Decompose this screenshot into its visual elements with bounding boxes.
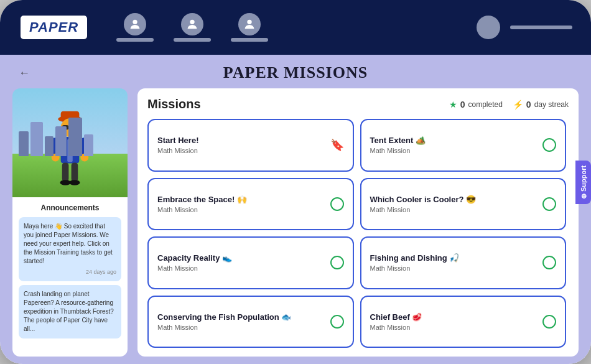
announcement-text-1: Maya here 👋 So excited that you joined P… [24, 223, 113, 264]
mission-card-left-1: Tent Extent 🏕️ Math Mission [370, 136, 426, 154]
mission-name-0: Start Here! [157, 136, 198, 145]
page-header: ← PAPER MISSIONS [0, 55, 591, 88]
top-nav: PAPER [0, 0, 591, 55]
mission-type-7: Math Mission [370, 324, 422, 331]
mission-indicator-6 [330, 315, 344, 329]
svg-rect-15 [62, 163, 69, 182]
nav-avatars [116, 13, 268, 42]
page-title: PAPER MISSIONS [19, 63, 572, 82]
mission-card-left-4: Capacity Reality 👟 Math Mission [157, 253, 232, 272]
mission-card-start-here[interactable]: Start Here! Math Mission 🔖 [147, 119, 354, 172]
mission-type-0: Math Mission [157, 147, 198, 154]
svg-point-18 [69, 180, 80, 185]
mission-card-chief-beef[interactable]: Chief Beef 🥩 Math Mission [360, 296, 567, 348]
mission-card-left-2: Embrace the Space! 🙌 Math Mission [157, 195, 247, 213]
mission-card-left-6: Conserving the Fish Population 🐟 Math Mi… [157, 312, 291, 331]
mission-card-conserving-fish[interactable]: Conserving the Fish Population 🐟 Math Mi… [147, 296, 354, 348]
mission-type-4: Math Mission [157, 264, 232, 272]
left-panel: Announcements Maya here 👋 So excited tha… [12, 88, 128, 357]
mission-indicator-4 [330, 256, 344, 269]
announcements-title: Announcements [19, 203, 121, 212]
mission-name-1: Tent Extent 🏕️ [370, 136, 426, 145]
mission-card-left-0: Start Here! Math Mission [157, 136, 198, 154]
streak-label: day streak [534, 100, 569, 109]
mission-indicator-0: 🔖 [330, 138, 344, 152]
streak-stat: ⚡ 0 day streak [513, 100, 569, 110]
missions-header: Missions ★ 0 completed ⚡ 0 day streak [147, 97, 569, 111]
completed-stat: ★ 0 completed [449, 100, 503, 110]
avatar-circle-3 [238, 13, 261, 35]
logo: PAPER [19, 14, 89, 41]
announcement-text-2: Crash landing on planet Papereen? A reso… [24, 291, 114, 332]
announcement-card-2: Crash landing on planet Papereen? A reso… [19, 285, 121, 338]
completed-label: completed [468, 100, 502, 109]
mission-type-3: Math Mission [370, 206, 477, 213]
announcement-card-1: Maya here 👋 So excited that you joined P… [19, 217, 121, 281]
mission-indicator-2 [330, 197, 344, 211]
star-icon: ★ [449, 100, 457, 110]
city-background [12, 118, 128, 156]
logo-text: PAPER [29, 19, 78, 35]
missions-grid: Start Here! Math Mission 🔖 Tent Extent 🏕… [147, 119, 569, 348]
svg-point-17 [60, 180, 71, 185]
mission-name-5: Fishing and Dishing 🎣 [370, 253, 460, 263]
avatar-circle-1 [124, 13, 146, 35]
announcements-panel: Announcements Maya here 👋 So excited tha… [12, 197, 128, 357]
nav-avatar-3[interactable] [231, 13, 268, 42]
mission-card-left-3: Which Cooler is Cooler? 😎 Math Mission [370, 195, 477, 213]
missions-title: Missions [147, 97, 201, 111]
content-row: Announcements Maya here 👋 So excited tha… [0, 88, 591, 364]
nav-label-1 [116, 38, 154, 42]
mission-type-1: Math Mission [370, 147, 426, 154]
svg-point-2 [248, 20, 252, 24]
announcement-time-1: 24 days ago [24, 268, 116, 276]
mission-card-tent-extent[interactable]: Tent Extent 🏕️ Math Mission [360, 119, 567, 172]
svg-point-1 [190, 20, 195, 24]
mission-card-fishing-dishing[interactable]: Fishing and Dishing 🎣 Math Mission [360, 236, 567, 289]
character-area [12, 88, 128, 197]
support-tab-wrapper: ⊕ Support [575, 160, 591, 203]
mission-card-left-5: Fishing and Dishing 🎣 Math Mission [370, 253, 460, 272]
svg-point-0 [133, 20, 137, 24]
missions-panel: Missions ★ 0 completed ⚡ 0 day streak [137, 88, 579, 357]
nav-right-label [510, 26, 572, 29]
tablet-frame: PAPER [0, 0, 591, 364]
mission-type-5: Math Mission [370, 264, 460, 272]
svg-rect-16 [72, 163, 78, 182]
nav-right [477, 16, 572, 39]
missions-stats: ★ 0 completed ⚡ 0 day streak [449, 100, 569, 110]
nav-label-2 [174, 38, 211, 42]
nav-avatar-2[interactable] [174, 13, 211, 42]
main-area: ← PAPER MISSIONS [0, 55, 591, 364]
streak-count: 0 [526, 100, 531, 110]
mission-name-6: Conserving the Fish Population 🐟 [157, 312, 291, 322]
nav-label-3 [231, 38, 268, 42]
support-tab[interactable]: ⊕ Support [575, 160, 591, 203]
mission-type-2: Math Mission [157, 206, 247, 213]
mission-name-2: Embrace the Space! 🙌 [157, 195, 247, 204]
mission-indicator-1 [542, 138, 556, 152]
bolt-icon: ⚡ [513, 100, 523, 110]
mission-card-capacity-reality[interactable]: Capacity Reality 👟 Math Mission [147, 236, 354, 289]
mission-type-6: Math Mission [157, 324, 291, 331]
mission-name-3: Which Cooler is Cooler? 😎 [370, 195, 477, 204]
mission-name-7: Chief Beef 🥩 [370, 312, 422, 322]
avatar-circle-2 [181, 13, 203, 35]
completed-count: 0 [460, 100, 465, 110]
mission-indicator-7 [542, 315, 556, 329]
back-button[interactable]: ← [19, 67, 30, 80]
mission-name-4: Capacity Reality 👟 [157, 253, 232, 263]
nav-right-avatar[interactable] [477, 16, 500, 39]
mission-indicator-5 [542, 256, 556, 269]
mission-card-which-cooler[interactable]: Which Cooler is Cooler? 😎 Math Mission [360, 178, 567, 231]
mission-card-embrace-space[interactable]: Embrace the Space! 🙌 Math Mission [147, 178, 354, 231]
mission-card-left-7: Chief Beef 🥩 Math Mission [370, 312, 422, 331]
mission-indicator-3 [542, 197, 556, 211]
nav-avatar-1[interactable] [116, 13, 154, 42]
